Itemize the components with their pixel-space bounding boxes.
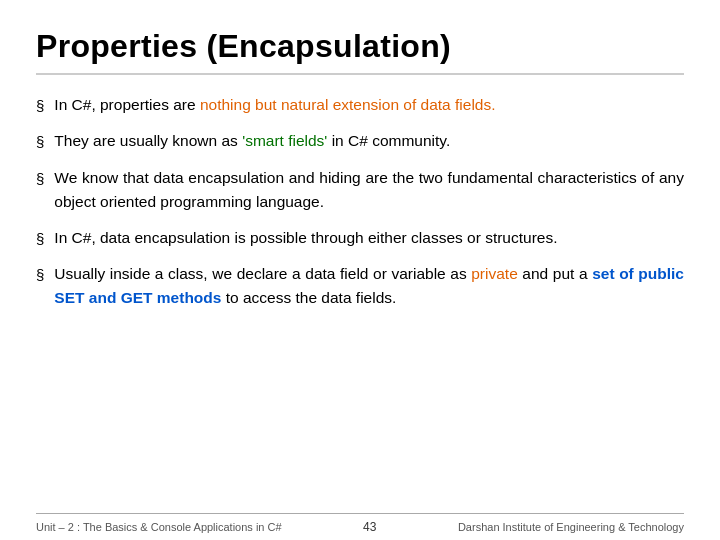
footer-left: Unit – 2 : The Basics & Console Applicat…: [36, 521, 282, 533]
content-area: § In C#, properties are nothing but natu…: [36, 93, 684, 513]
bullet-text-1: In C#, properties are nothing but natura…: [54, 93, 684, 117]
bullet2-highlight: 'smart fields': [242, 132, 327, 149]
bullet5-prefix: Usually inside a class, we declare a dat…: [54, 265, 471, 282]
slide-title: Properties (Encapsulation): [36, 28, 684, 65]
bullet-symbol-1: §: [36, 94, 44, 117]
bullet1-highlight: nothing but natural extension of data fi…: [200, 96, 496, 113]
bullet-item-1: § In C#, properties are nothing but natu…: [36, 93, 684, 117]
bullet-symbol-4: §: [36, 227, 44, 250]
bullet5-middle: and put a: [518, 265, 592, 282]
bullet-text-5: Usually inside a class, we declare a dat…: [54, 262, 684, 310]
bullet-symbol-5: §: [36, 263, 44, 286]
slide-container: Properties (Encapsulation) § In C#, prop…: [0, 0, 720, 540]
footer: Unit – 2 : The Basics & Console Applicat…: [36, 513, 684, 540]
bullet5-suffix: to access the data fields.: [221, 289, 396, 306]
bullet-item-5: § Usually inside a class, we declare a d…: [36, 262, 684, 310]
bullet-item-4: § In C#, data encapsulation is possible …: [36, 226, 684, 250]
bullet-text-2: They are usually known as 'smart fields'…: [54, 129, 684, 153]
title-section: Properties (Encapsulation): [36, 28, 684, 75]
bullet-item-3: § We know that data encapsulation and hi…: [36, 166, 684, 214]
bullet5-highlight1: private: [471, 265, 518, 282]
bullet-item-2: § They are usually known as 'smart field…: [36, 129, 684, 153]
footer-right: Darshan Institute of Engineering & Techn…: [458, 521, 684, 533]
bullet2-suffix: in C# community.: [327, 132, 450, 149]
bullet2-prefix: They are usually known as: [54, 132, 242, 149]
bullet-text-4: In C#, data encapsulation is possible th…: [54, 226, 684, 250]
bullet-symbol-3: §: [36, 167, 44, 190]
footer-center: 43: [363, 520, 376, 534]
bullet-text-3: We know that data encapsulation and hidi…: [54, 166, 684, 214]
bullet1-prefix: In C#, properties are: [54, 96, 200, 113]
bullet-symbol-2: §: [36, 130, 44, 153]
